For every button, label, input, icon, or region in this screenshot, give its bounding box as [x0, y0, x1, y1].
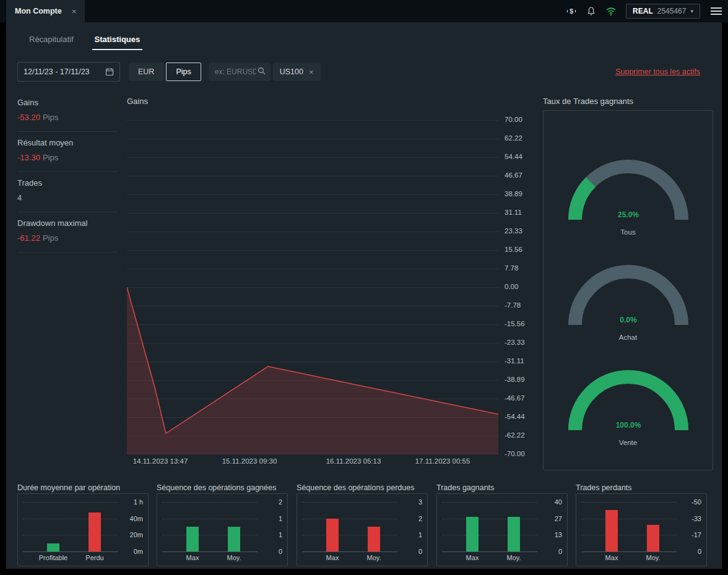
gridline: [581, 535, 677, 535]
x-tick-label: 16.11.2023 05:13: [326, 457, 381, 465]
gridline: [442, 535, 537, 535]
calendar-icon: [105, 67, 114, 76]
view-tabs: Récapitulatif Statistiques: [27, 35, 142, 50]
account-number: 2545467: [657, 7, 687, 15]
mini-title-duration: Durée moyenne par opération: [17, 483, 120, 492]
y-tick-label: 1 h: [134, 498, 143, 506]
category-label: Max: [605, 554, 618, 561]
tab-statistiques[interactable]: Statistiques: [92, 35, 143, 50]
category-label: Moy.: [646, 554, 660, 561]
gridline: [581, 502, 677, 503]
svg-text:$: $: [570, 7, 573, 15]
stat-label: Trades: [17, 178, 118, 188]
gridline: [23, 502, 118, 503]
notifications-bell-icon[interactable]: [586, 6, 596, 16]
filter-bar: 12/11/23 - 17/11/23 EUR Pips US100 × Sup…: [17, 62, 700, 82]
category-label: Max: [466, 554, 479, 561]
y-tick-label: 23.33: [505, 227, 522, 235]
currency-volume-icon[interactable]: $: [566, 6, 577, 16]
bar-profitable: [47, 543, 59, 551]
stat-value: -53.20: [17, 113, 40, 122]
category-label: Profitable: [39, 554, 67, 561]
bar-max: [186, 527, 199, 551]
gains-area-chart: [127, 120, 498, 454]
menu-hamburger-icon[interactable]: [709, 3, 723, 19]
x-tick-label: 17.11.2023 00:55: [415, 457, 470, 465]
gauge-label: Vente: [560, 439, 696, 446]
y-tick-label: -62.22: [505, 431, 525, 439]
y-tick-label: 1: [279, 515, 282, 522]
date-range-input[interactable]: 12/11/23 - 17/11/23: [17, 62, 120, 82]
y-tick-label: 0: [279, 548, 282, 555]
remove-all-assets-link[interactable]: Supprimer tous les actifs: [615, 67, 700, 76]
x-tick-label: 14.11.2023 13:47: [133, 457, 188, 465]
gridline: [442, 551, 537, 552]
winrate-gauges-panel: 25.0%Tous0.0%Achat100.0%Vente: [543, 110, 713, 470]
gridline: [162, 502, 258, 503]
y-tick-label: -54.44: [505, 413, 525, 420]
mini-title-losing-trades: Trades perdants: [576, 483, 632, 492]
stat-resultat-moyen: Résultat moyen -13.30Pips: [17, 132, 118, 172]
stat-gains: Gains -53.20Pips: [17, 92, 118, 132]
stat-label: Résultat moyen: [17, 138, 118, 147]
gains-x-axis: 14.11.2023 13:4715.11.2023 09:3016.11.20…: [127, 457, 498, 467]
asset-search[interactable]: [209, 63, 271, 81]
y-tick-label: 13: [555, 531, 562, 538]
connection-wifi-icon[interactable]: [605, 7, 617, 16]
stat-unit: Pips: [43, 113, 58, 122]
currency-eur-button[interactable]: EUR: [129, 63, 163, 81]
y-tick-label: 7.78: [505, 264, 518, 272]
bar-max: [326, 519, 339, 551]
tab-title: Mon Compte: [15, 7, 62, 15]
mini-title-losing-streak: Séquence des opérations perdues: [297, 483, 414, 492]
gridline: [302, 535, 397, 535]
account-selector[interactable]: REAL 2545467 ▾: [626, 4, 700, 19]
y-tick-label: -50: [691, 498, 701, 506]
gridline: [581, 519, 677, 519]
y-tick-label: -7.78: [505, 301, 521, 309]
topbar: Mon Compte × $ REAL 2545467 ▾: [0, 0, 728, 22]
tab-recapitulatif[interactable]: Récapitulatif: [27, 35, 76, 50]
stat-unit: Pips: [43, 233, 58, 243]
y-tick-label: 0: [418, 548, 422, 555]
y-tick-label: -46.67: [505, 394, 525, 402]
x-tick-label: 15.11.2023 09:30: [222, 457, 277, 465]
y-tick-label: -17: [691, 531, 701, 538]
bar-moy: [508, 517, 520, 551]
stat-label: Drawdown maximal: [17, 218, 118, 228]
gains-chart-title: Gains: [127, 97, 148, 106]
y-tick-label: -31.11: [505, 357, 524, 365]
gridline: [23, 535, 118, 535]
asset-chip-us100[interactable]: US100 ×: [273, 63, 321, 81]
y-tick-label: 0: [558, 548, 562, 555]
main-panel: Récapitulatif Statistiques 12/11/23 - 17…: [6, 22, 722, 569]
gridline: [442, 502, 537, 503]
category-label: Moy.: [366, 554, 381, 561]
y-tick-label: 20m: [130, 531, 143, 538]
y-tick-label: 2: [418, 515, 422, 522]
y-tick-label: 31.11: [505, 209, 522, 216]
unit-pips-button[interactable]: Pips: [166, 63, 201, 81]
asset-search-input[interactable]: [214, 67, 258, 77]
gridline: [162, 519, 258, 519]
category-label: Moy.: [227, 554, 241, 561]
gridline: [581, 551, 677, 552]
tab-close-icon[interactable]: ×: [72, 7, 77, 16]
y-tick-label: 27: [555, 515, 562, 522]
stat-trades: Trades 4: [17, 172, 118, 212]
y-tick-label: 46.67: [505, 171, 522, 179]
chip-remove-icon[interactable]: ×: [309, 67, 314, 77]
bar-moy: [228, 527, 240, 551]
gauge-achat: 0.0%Achat: [560, 259, 696, 341]
y-tick-label: 1: [418, 531, 422, 538]
gridline: [162, 535, 258, 535]
bar-perdu: [89, 512, 101, 551]
y-tick-label: 40: [555, 498, 562, 506]
gridline: [302, 551, 397, 552]
gridline: [442, 519, 537, 519]
stat-value: 4: [17, 193, 22, 202]
gridline: [23, 519, 118, 519]
account-tab[interactable]: Mon Compte ×: [6, 0, 85, 22]
y-tick-label: 1: [279, 531, 282, 538]
account-type-label: REAL: [633, 7, 653, 15]
